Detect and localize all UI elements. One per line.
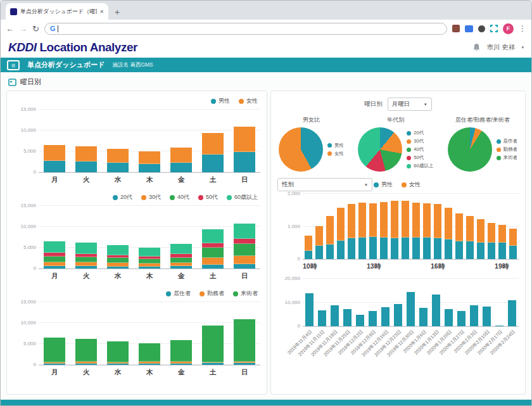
bar-segment[interactable] [412,238,420,259]
extension-icon[interactable] [465,25,473,32]
bar-segment[interactable] [202,243,224,248]
new-tab-button[interactable]: + [115,7,120,20]
bar-segment[interactable] [466,216,474,241]
bar[interactable] [318,310,326,327]
bar-segment[interactable] [315,226,323,246]
bar[interactable] [75,243,97,269]
bar[interactable] [394,304,402,326]
bar[interactable] [402,201,409,259]
bar-segment[interactable] [234,256,255,264]
bar-segment[interactable] [107,267,129,269]
legend-item[interactable]: 60歳以上 [407,163,433,169]
bar-segment[interactable] [202,326,224,362]
bar-segment[interactable] [44,161,65,172]
bar[interactable] [44,338,65,365]
address-bar[interactable]: G [44,23,447,35]
legend-item[interactable]: 男性 [211,97,230,105]
bar-segment[interactable] [380,202,388,238]
legend-item[interactable]: 20代 [113,193,132,201]
bar[interactable] [331,305,339,326]
bar[interactable] [202,229,224,269]
bar-segment[interactable] [44,338,65,362]
bar-segment[interactable] [495,326,504,326]
user-name[interactable]: 市川 史祥 [487,43,516,52]
bar-segment[interactable] [202,258,224,265]
bar-segment[interactable] [331,305,339,326]
pie-chart[interactable] [279,127,323,172]
bar-segment[interactable] [380,238,388,259]
bar-segment[interactable] [326,216,334,244]
bar-segment[interactable] [107,258,129,263]
bar-segment[interactable] [470,305,478,326]
bar-segment[interactable] [234,239,255,244]
bar-segment[interactable] [455,213,463,241]
bar-segment[interactable] [75,266,97,269]
bar-segment[interactable] [402,201,409,238]
bar-segment[interactable] [466,241,474,259]
legend-item[interactable]: 女性 [327,151,344,157]
bar[interactable] [369,311,377,326]
bar-segment[interactable] [358,238,366,259]
legend-item[interactable]: 来街者 [233,289,258,298]
bar-segment[interactable] [234,152,255,172]
fullscreen-extension-icon[interactable] [490,25,498,32]
legend-item[interactable]: 勤務者 [497,146,518,153]
hamburger-menu-icon[interactable]: ≡ [7,60,20,70]
bar-segment[interactable] [369,311,377,326]
bar[interactable] [170,244,192,269]
bar[interactable] [234,319,255,365]
chevron-down-icon[interactable]: ▾ [521,45,524,50]
bar[interactable] [348,204,355,259]
bar-segment[interactable] [391,201,398,238]
bar[interactable] [75,339,97,365]
bar[interactable] [234,224,255,269]
bar-segment[interactable] [348,238,355,259]
bell-icon[interactable] [472,43,481,52]
bar-segment[interactable] [234,244,255,256]
bar-segment[interactable] [394,304,402,326]
bar-segment[interactable] [44,257,65,262]
bar[interactable] [509,229,517,259]
bar-segment[interactable] [369,237,377,259]
bar[interactable] [432,295,440,326]
bar-segment[interactable] [107,245,129,255]
bar[interactable] [445,208,452,259]
legend-item[interactable]: 30代 [141,193,161,201]
bar-segment[interactable] [509,246,517,259]
bar-segment[interactable] [305,293,314,326]
bar[interactable] [466,216,474,259]
bar-segment[interactable] [356,315,364,326]
bar[interactable] [202,133,224,172]
legend-item[interactable]: 来街者 [497,155,518,161]
bar-segment[interactable] [139,343,160,362]
pdf-extension-icon[interactable] [452,25,460,32]
bar-segment[interactable] [358,203,366,238]
legend-item[interactable]: 男性 [327,143,344,149]
bar[interactable] [75,146,97,172]
bar-segment[interactable] [139,259,160,263]
bar-segment[interactable] [369,203,377,237]
bar[interactable] [455,213,463,259]
bar-segment[interactable] [107,163,129,172]
bar[interactable] [470,305,478,326]
bar-segment[interactable] [139,248,160,257]
legend-item[interactable]: 20代 [407,130,433,136]
bar-segment[interactable] [75,146,97,162]
bar-segment[interactable] [202,155,224,172]
bar-segment[interactable] [498,243,506,259]
bar[interactable] [419,308,428,326]
bar-segment[interactable] [305,236,312,251]
bar-segment[interactable] [202,229,224,243]
bar[interactable] [305,293,314,326]
bar-segment[interactable] [483,307,491,326]
bar-segment[interactable] [170,163,192,172]
bar[interactable] [44,145,65,172]
bar[interactable] [234,127,255,172]
bar[interactable] [337,208,345,259]
bar[interactable] [202,326,224,365]
bar-segment[interactable] [139,164,160,172]
gender-select[interactable]: 性別 ▼ [277,178,372,191]
bar[interactable] [170,148,192,172]
legend-item[interactable]: 30代 [407,138,433,144]
bar-segment[interactable] [509,229,517,246]
